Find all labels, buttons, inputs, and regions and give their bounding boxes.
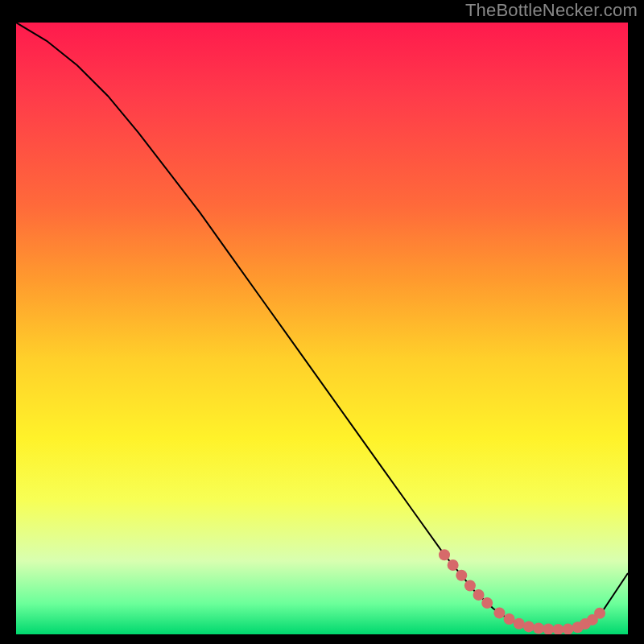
- curve-dots: [439, 549, 605, 634]
- curve-dot: [448, 559, 459, 571]
- curve-dot: [439, 549, 450, 560]
- attribution-label: TheBottleNecker.com: [465, 0, 638, 21]
- curve-dot: [473, 589, 485, 601]
- curve-dot: [563, 624, 574, 634]
- curve-dot: [523, 621, 535, 632]
- plot-area: [16, 23, 628, 634]
- curve-dot: [504, 613, 515, 625]
- curve-dot: [481, 597, 493, 609]
- bottleneck-curve: [16, 23, 628, 630]
- curve-dot: [533, 622, 544, 634]
- curve-dot: [543, 624, 554, 634]
- curve-dot: [456, 570, 467, 581]
- curve-dot: [594, 608, 605, 619]
- curve-dot: [552, 624, 564, 634]
- chart-container: TheBottleNecker.com: [0, 0, 644, 644]
- curve-svg: [16, 23, 628, 634]
- curve-dot: [493, 607, 505, 618]
- curve-dot: [514, 618, 525, 630]
- curve-dot: [464, 580, 476, 592]
